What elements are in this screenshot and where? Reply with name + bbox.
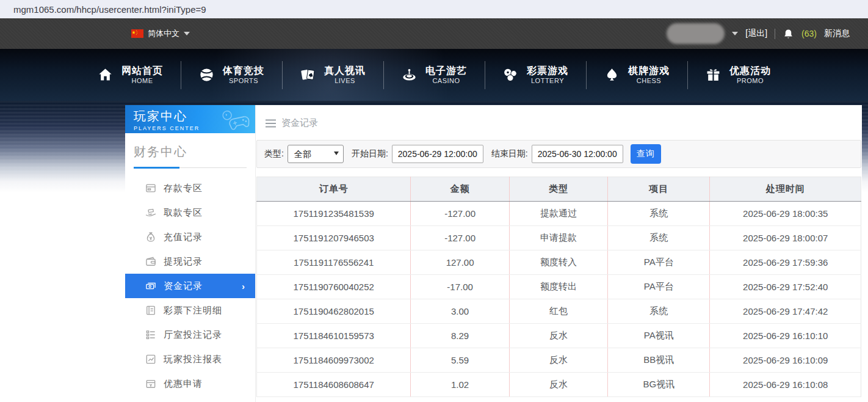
nav-label-zh: 电子游艺 bbox=[425, 65, 467, 77]
table-row: 1751191235481539-127.00提款通过系统2025-06-29 … bbox=[257, 202, 861, 226]
chevron-down-icon bbox=[184, 32, 190, 35]
table-cell: 1751191176556241 bbox=[257, 250, 411, 275]
end-date-input[interactable] bbox=[532, 145, 623, 163]
message-count[interactable]: (63) bbox=[801, 29, 817, 38]
sidebar-item-recharge-record[interactable]: 充值记录 bbox=[125, 225, 255, 249]
sidebar-item-label: 取款专区 bbox=[164, 207, 203, 219]
nav-item-home[interactable]: 网站首页HOME bbox=[79, 65, 181, 86]
column-header: 订单号 bbox=[257, 177, 411, 202]
divider bbox=[775, 29, 775, 39]
sidebar-section-title: 财务中心 bbox=[125, 133, 255, 167]
table-cell: PA平台 bbox=[608, 250, 710, 275]
table-cell: 1751190760040252 bbox=[257, 275, 411, 299]
list-icon bbox=[145, 329, 157, 341]
table-row: 17511846101595738.29反水PA视讯2025-06-29 16:… bbox=[257, 324, 861, 348]
sidebar-item-label: 存款专区 bbox=[164, 183, 203, 194]
logout-link[interactable]: [退出] bbox=[745, 28, 767, 39]
table-cell: 申请提款 bbox=[509, 226, 607, 250]
nav-label-en: PROMO bbox=[737, 77, 764, 86]
nav-label-zh: 体育竞技 bbox=[223, 65, 264, 77]
playing-cards-icon bbox=[300, 67, 316, 83]
roulette-icon bbox=[401, 67, 418, 83]
bell-icon[interactable] bbox=[783, 27, 794, 40]
top-bar: 简体中文 [退出] (63) 新消息 bbox=[0, 18, 868, 49]
funds-table: 订单号金额类型项目处理时间 1751191235481539-127.00提款通… bbox=[256, 177, 861, 397]
message-label[interactable]: 新消息 bbox=[824, 28, 850, 39]
sidebar-item-withdraw-zone[interactable]: 取款专区 bbox=[125, 200, 255, 225]
sidebar-item-label: 充值记录 bbox=[164, 232, 203, 243]
table-row: 17511904628020153.00红包系统2025-06-29 17:47… bbox=[257, 299, 861, 324]
browser-url-bar[interactable]: mgm1065.com/hhcp/usercenter.html?iniType… bbox=[0, 0, 868, 18]
hand-money-icon bbox=[145, 206, 157, 219]
sidebar-item-deposit-zone[interactable]: 存款专区 bbox=[125, 176, 255, 200]
sidebar-item-withdraw-record[interactable]: 提现记录 bbox=[125, 249, 255, 274]
table-row: 17511846099730025.59反水BB视讯2025-06-29 16:… bbox=[257, 348, 861, 373]
section-underline bbox=[134, 167, 247, 169]
table-cell: 1.02 bbox=[411, 373, 509, 397]
journal-icon bbox=[145, 304, 157, 316]
search-button[interactable]: 查询 bbox=[631, 144, 661, 164]
chevron-right-icon: › bbox=[242, 281, 245, 291]
language-selector[interactable]: 简体中文 bbox=[131, 28, 190, 39]
ticket-icon bbox=[145, 378, 157, 390]
chart-icon bbox=[145, 353, 157, 365]
nav-label-zh: 彩票游戏 bbox=[527, 65, 568, 77]
sidebar-item-label: 资金记录 bbox=[164, 280, 203, 292]
username-redacted bbox=[667, 23, 725, 44]
table-header-row: 订单号金额类型项目处理时间 bbox=[257, 177, 861, 202]
sidebar-item-promo-apply-record[interactable]: 优惠申请记录 bbox=[125, 396, 255, 402]
nav-item-casino[interactable]: 电子游艺CASINO bbox=[383, 65, 485, 86]
nav-item-promo[interactable]: 优惠活动PROMO bbox=[687, 65, 789, 86]
sidebar-item-promo-apply[interactable]: 优惠申请 bbox=[125, 371, 255, 396]
table-cell: 额度转出 bbox=[509, 275, 607, 299]
table-cell: 2025-06-29 16:10:08 bbox=[710, 373, 861, 397]
nav-label-en: HOME bbox=[132, 77, 153, 86]
sidebar-item-label: 玩家投注报表 bbox=[164, 354, 222, 365]
chevron-down-icon[interactable] bbox=[732, 32, 738, 35]
wallet-icon bbox=[145, 255, 157, 268]
sidebar-item-hall-bet-record[interactable]: 厅室投注记录 bbox=[125, 323, 255, 347]
table-cell: -127.00 bbox=[411, 202, 509, 226]
table-cell: 额度转入 bbox=[509, 250, 607, 275]
table-cell: 1751184609973002 bbox=[257, 348, 411, 373]
page-url: mgm1065.com/hhcp/usercenter.html?iniType… bbox=[13, 4, 206, 15]
nav-label-en: CHESS bbox=[637, 77, 661, 86]
nav-item-chess[interactable]: 棋牌游戏CHESS bbox=[586, 65, 687, 86]
table-cell: PA视讯 bbox=[608, 324, 710, 348]
table-cell: 2025-06-29 18:00:07 bbox=[710, 226, 861, 250]
sidebar-item-player-bet-report[interactable]: 玩家投注报表 bbox=[125, 347, 255, 371]
start-date-input[interactable] bbox=[392, 145, 483, 163]
table-cell: 2025-06-29 17:47:42 bbox=[710, 299, 861, 324]
banknote-icon bbox=[145, 280, 157, 292]
filter-bar: 类型: 全部 开始日期: 结束日期: 查询 bbox=[256, 140, 861, 168]
sports-ball-icon bbox=[198, 67, 215, 83]
nav-item-lives[interactable]: 真人视讯LIVES bbox=[282, 65, 383, 86]
column-header: 项目 bbox=[608, 177, 710, 202]
table-cell: 5.59 bbox=[411, 348, 509, 373]
sidebar-item-lottery-bet-detail[interactable]: 彩票下注明细 bbox=[125, 298, 255, 323]
table-cell: -127.00 bbox=[411, 226, 509, 250]
table-cell: 系统 bbox=[608, 226, 710, 250]
sidebar-item-funds-record[interactable]: 资金记录› bbox=[125, 274, 255, 298]
nav-label-en: CASINO bbox=[432, 77, 460, 86]
nav-item-lottery[interactable]: 彩票游戏LOTTERY bbox=[485, 65, 586, 86]
table-row: 1751191176556241127.00额度转入PA平台2025-06-29… bbox=[257, 250, 861, 275]
table-cell: 2025-06-29 16:10:10 bbox=[710, 324, 861, 348]
card-terminal-icon bbox=[145, 182, 157, 194]
table-cell: 1751190462802015 bbox=[257, 299, 411, 324]
start-date-label: 开始日期: bbox=[352, 148, 388, 159]
lottery-balls-icon bbox=[502, 67, 519, 83]
table-cell: 1751184610159573 bbox=[257, 324, 411, 348]
gift-icon bbox=[705, 67, 722, 83]
type-select[interactable]: 全部 bbox=[288, 145, 344, 163]
table-row: 17511846086086471.02反水BG视讯2025-06-29 16:… bbox=[257, 373, 861, 397]
table-cell: BB视讯 bbox=[608, 348, 710, 373]
table-cell: 2025-06-29 17:59:36 bbox=[710, 250, 861, 275]
type-label: 类型: bbox=[264, 148, 284, 159]
nav-label-en: LOTTERY bbox=[531, 77, 564, 86]
table-cell: 提款通过 bbox=[509, 202, 607, 226]
column-header: 类型 bbox=[509, 177, 607, 202]
nav-item-sports[interactable]: 体育竞技SPORTS bbox=[181, 65, 282, 86]
table-cell: BG视讯 bbox=[608, 373, 710, 397]
money-bag-icon bbox=[145, 231, 157, 243]
